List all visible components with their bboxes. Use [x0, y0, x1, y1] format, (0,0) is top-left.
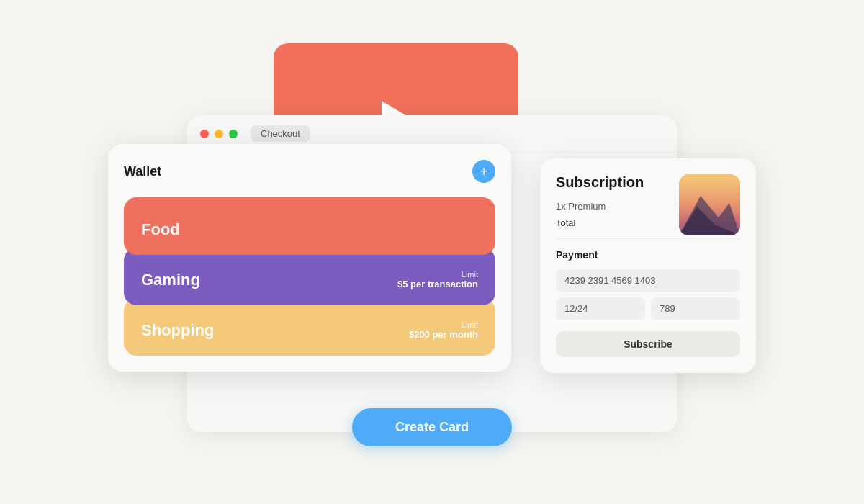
shopping-card[interactable]: Shopping Limit $200 per month: [124, 298, 495, 356]
category-cards-stack: Food Gaming Limit $5 per transaction Sho…: [124, 197, 495, 356]
card-details-row: 12/24 789: [556, 297, 740, 320]
subscribe-button[interactable]: Subscribe: [556, 331, 740, 357]
line-item-name: 1x Premium: [556, 201, 606, 212]
shopping-limit-value: $200 per month: [409, 329, 478, 340]
card-number-display: 4239 2391 4569 1403: [556, 269, 740, 292]
shopping-limit-info: Limit $200 per month: [409, 320, 478, 340]
food-card-name: Food: [141, 220, 180, 239]
subscription-card: Subscription 1x Premium $14.99 Total $14…: [540, 158, 756, 373]
total-label: Total: [556, 217, 575, 228]
cvv-display: 789: [651, 297, 740, 320]
wallet-card: Wallet + Food Gaming Limit $5 per transa…: [108, 144, 511, 372]
gaming-limit-value: $5 per transaction: [397, 279, 478, 289]
mountain-illustration: [679, 174, 740, 235]
payment-inputs: 4239 2391 4569 1403 12/24 789: [556, 269, 740, 320]
traffic-light-yellow: [215, 130, 223, 138]
shopping-limit-label: Limit: [409, 320, 478, 329]
subscription-image: [679, 174, 740, 235]
gaming-limit-info: Limit $5 per transaction: [397, 270, 478, 289]
checkout-tab[interactable]: Checkout: [251, 125, 310, 142]
food-card[interactable]: Food: [124, 197, 495, 255]
wallet-header: Wallet +: [124, 160, 495, 183]
traffic-light-green: [229, 130, 238, 138]
wallet-title: Wallet: [124, 164, 161, 179]
traffic-light-red: [200, 130, 209, 138]
gaming-card[interactable]: Gaming Limit $5 per transaction: [124, 248, 495, 305]
shopping-card-name: Shopping: [141, 321, 214, 340]
payment-label: Payment: [556, 249, 740, 261]
gaming-limit-label: Limit: [397, 270, 478, 279]
gaming-card-name: Gaming: [141, 271, 200, 289]
wallet-add-button[interactable]: +: [472, 160, 495, 183]
create-card-button[interactable]: Create Card: [352, 408, 512, 446]
expiry-display: 12/24: [556, 297, 645, 320]
main-scene: Checkout scription nthly Limit: [108, 43, 756, 461]
